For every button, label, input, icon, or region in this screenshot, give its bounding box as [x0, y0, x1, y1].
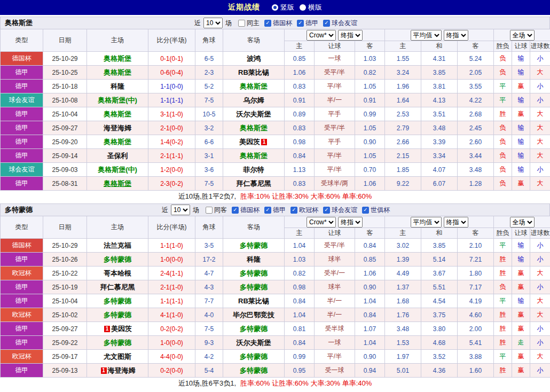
league-filter-checkbox[interactable]: ✓ [297, 20, 304, 27]
score-cell[interactable]: 2-1(1-0) [148, 280, 195, 294]
score-cell[interactable]: 0-1(0-1) [148, 52, 195, 66]
score-cell[interactable]: 2-4(1-1) [148, 266, 195, 280]
away-team-name[interactable]: RB莱比锡 [238, 68, 269, 76]
average-odds-select[interactable]: 平均值 [411, 217, 442, 228]
home-team-name[interactable]: 奥格斯堡 [104, 54, 131, 62]
home-team-name[interactable]: 拜仁慕尼黑 [100, 283, 135, 291]
score-cell[interactable]: 4-1(1-0) [148, 308, 195, 322]
score-cell[interactable]: 4-4(0-0) [148, 350, 195, 364]
score-cell[interactable]: 1-1(1-1) [148, 294, 195, 308]
away-team-name[interactable]: 多特蒙德 [240, 241, 268, 249]
score-cell[interactable]: 0-6(0-4) [148, 66, 195, 80]
league-filter-checkbox[interactable]: ✓ [232, 207, 239, 214]
away-team-name[interactable]: 菲尔特 [243, 166, 264, 174]
home-team-name[interactable]: 法兰克福 [104, 241, 131, 249]
handicap-result-cell: 赢 [512, 308, 530, 322]
score-cell[interactable]: 1-2(0-0) [148, 163, 195, 177]
odds-provider-select[interactable]: Crow* [307, 217, 336, 228]
away-team-cell: RB莱比锡 [223, 66, 285, 80]
same-venue-checkbox[interactable] [206, 207, 213, 214]
score-cell[interactable]: 0-2(0-2) [148, 322, 195, 336]
away-team-name[interactable]: 奥格斯堡 [240, 152, 268, 160]
away-team-name[interactable]: 奥格斯堡 [240, 82, 268, 90]
away-team-name[interactable]: 奥格斯堡 [240, 124, 268, 132]
team-name: 奥格斯堡 [1, 18, 33, 28]
away-team-name[interactable]: 波鸿 [247, 54, 261, 62]
league-type-cell: 德甲 [1, 322, 43, 336]
away-team-name[interactable]: 多特蒙德 [240, 366, 268, 374]
league-filter-checkbox[interactable]: ✓ [323, 207, 330, 214]
home-team-name[interactable]: 奥格斯堡(中) [98, 166, 137, 174]
same-venue-label: 同主 [247, 19, 260, 28]
avg-draw-cell: 3.39 [421, 135, 458, 149]
home-team-name[interactable]: 奥格斯堡 [104, 68, 131, 76]
range-select[interactable]: 10 [171, 205, 190, 215]
league-filter-checkbox[interactable]: ✓ [264, 207, 271, 214]
score-cell[interactable]: 2-3(0-2) [148, 177, 195, 191]
score-cell[interactable]: 2-1(0-0) [148, 121, 195, 135]
view-mode-radio[interactable]: 横版 [300, 3, 322, 12]
home-team-name[interactable]: 海登海姆 [104, 124, 131, 132]
home-team-name[interactable]: 多特蒙德 [104, 255, 131, 263]
score-cell[interactable]: 1-4(0-2) [148, 135, 195, 149]
same-venue-checkbox[interactable] [238, 20, 245, 27]
home-team-name[interactable]: 奥格斯堡 [104, 138, 131, 146]
away-team-name[interactable]: 沃尔夫斯堡 [237, 110, 271, 118]
league-filter-checkbox[interactable]: ✓ [264, 20, 271, 27]
avg-away-cell: 7.17 [458, 280, 494, 294]
score-cell[interactable]: 1-0(0-0) [148, 336, 195, 350]
away-team-name[interactable]: 沃尔夫斯堡 [237, 339, 271, 347]
away-team-name[interactable]: 科隆 [247, 255, 261, 263]
league-filter-label: 德国杯 [240, 206, 260, 215]
final-odds-select[interactable]: 终指 [338, 30, 363, 41]
away-team-name[interactable]: 毕尔巴鄂竞技 [233, 311, 274, 319]
home-team-name[interactable]: 多特蒙德 [104, 297, 131, 305]
fullmatch-select[interactable]: 全场 [510, 30, 535, 41]
home-team-name[interactable]: 美因茨 [111, 325, 132, 333]
away-team-name[interactable]: 多特蒙德 [240, 283, 268, 291]
home-team-name[interactable]: 多特蒙德 [104, 311, 131, 319]
score-cell[interactable]: 1-0(0-0) [148, 253, 195, 266]
home-team-name[interactable]: 科隆 [111, 82, 124, 90]
home-team-cell: 奥格斯堡 [87, 177, 148, 191]
home-team-name[interactable]: 奥格斯堡 [104, 179, 131, 187]
away-team-name[interactable]: 美因茨 [239, 138, 260, 146]
sub-col-avg-home: 主 [385, 228, 421, 239]
away-team-name[interactable]: RB莱比锡 [238, 297, 269, 305]
score-cell[interactable]: 2-1(1-1) [148, 149, 195, 163]
avg-home-cell: 1.68 [385, 294, 421, 308]
away-team-name[interactable]: 多特蒙德 [240, 269, 268, 277]
away-team-name[interactable]: 多特蒙德 [240, 352, 268, 360]
range-select[interactable]: 10 [203, 18, 223, 28]
league-filter-checkbox[interactable]: ✓ [290, 207, 297, 214]
away-team-name[interactable]: 拜仁慕尼黑 [237, 179, 271, 187]
league-filter-checkbox[interactable]: ✓ [362, 207, 369, 214]
radio-icon [272, 4, 278, 11]
home-team-name[interactable]: 圣保利 [107, 152, 128, 160]
home-team-name[interactable]: 哥本哈根 [104, 269, 131, 277]
score-cell[interactable]: 1-1(1-1) [148, 93, 195, 107]
score-cell[interactable]: 3-1(1-0) [148, 107, 195, 121]
home-team-name[interactable]: 奥格斯堡(中) [98, 96, 137, 104]
home-team-name[interactable]: 奥格斯堡 [104, 110, 131, 118]
view-mode-radio[interactable]: 竖版 [272, 3, 294, 12]
corner-cell: 7-5 [195, 93, 223, 107]
away-team-cell: 拜仁慕尼黑 [223, 177, 285, 191]
final-odds-select[interactable]: 终指 [338, 217, 363, 228]
sub-col-winloss: 胜负 [494, 41, 512, 52]
average-odds-select[interactable]: 平均值 [411, 30, 442, 41]
score-cell[interactable]: 1-1(0-0) [148, 80, 195, 93]
score-cell[interactable]: 1-1(1-0) [148, 239, 195, 253]
home-team-name[interactable]: 尤文图斯 [104, 352, 131, 360]
league-filter-checkbox[interactable]: ✓ [323, 20, 330, 27]
final-odds-select[interactable]: 终指 [444, 30, 468, 41]
team-section-2: 多特蒙德 近10场同客✓德国杯✓德甲✓欧冠杯✓球会友谊✓世俱杯 类型 日期 主场… [0, 203, 550, 389]
odds-provider-select[interactable]: Crow* [307, 30, 336, 41]
away-team-name[interactable]: 乌尔姆 [243, 96, 264, 104]
fullmatch-select[interactable]: 全场 [510, 217, 535, 228]
away-team-name[interactable]: 多特蒙德 [240, 325, 268, 333]
score-cell[interactable]: 0-2(0-0) [148, 364, 195, 378]
final-odds-select[interactable]: 终指 [444, 217, 468, 228]
home-team-name[interactable]: 多特蒙德 [104, 339, 131, 347]
home-team-name[interactable]: 海登海姆 [108, 366, 136, 374]
